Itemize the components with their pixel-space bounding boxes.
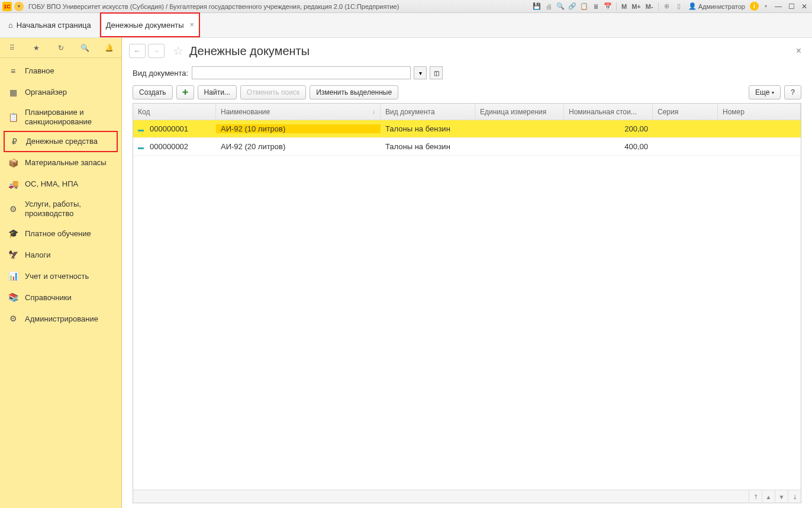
link-icon[interactable]: 🔗 xyxy=(568,2,577,11)
window-maximize[interactable]: ☐ xyxy=(786,2,797,11)
edit-selected-button[interactable]: Изменить выделенные xyxy=(310,85,398,99)
tab-home[interactable]: ⌂ Начальная страница xyxy=(0,12,100,37)
close-panel-button[interactable]: × xyxy=(792,46,805,56)
create-button[interactable]: Создать xyxy=(133,85,173,99)
more-button[interactable]: Еще▾ xyxy=(749,85,781,99)
clipboard-icon[interactable]: 📋 xyxy=(579,2,589,11)
cell-code: ▬000000002 xyxy=(133,142,216,151)
search-icon[interactable]: 🔍 xyxy=(80,43,91,53)
zoom-icon[interactable]: ⊕ xyxy=(662,2,672,11)
sidebar-item-taxes[interactable]: 🦅Налоги xyxy=(0,244,121,265)
eagle-icon: 🦅 xyxy=(7,249,19,261)
tab-close-icon[interactable]: × xyxy=(190,21,194,29)
user-label[interactable]: 👤 Администратор xyxy=(688,2,745,10)
cell-type: Талоны на бензин xyxy=(381,124,475,133)
sidebar-list: ≡Главное ▦Органайзер 📋Планирование и сан… xyxy=(0,58,121,332)
th-code[interactable]: Код xyxy=(133,104,216,120)
sidebar-item-cash[interactable]: ₽Денежные средства xyxy=(4,131,118,152)
titlebar-icons: 💾 🖨 🔍 🔗 📋 🖩 📅 M M+ M- ⊕ ▯ 👤 Администрато… xyxy=(532,2,810,11)
planning-icon: 📋 xyxy=(7,111,19,123)
window-title: ГОБУ ВПО Университет искусств (Субсидия)… xyxy=(28,3,532,10)
sidebar-item-directories[interactable]: 📚Справочники xyxy=(0,287,121,308)
th-number[interactable]: Номер xyxy=(718,104,801,120)
sort-icon: ↓ xyxy=(372,108,375,115)
nav-back-button[interactable]: ← xyxy=(129,44,146,58)
dropdown-icon[interactable]: ▾ xyxy=(761,2,771,11)
home-icon: ⌂ xyxy=(8,21,13,30)
nav-forward-button[interactable]: → xyxy=(148,44,165,58)
graduation-icon: 🎓 xyxy=(7,227,19,239)
window-close[interactable]: ✕ xyxy=(799,2,810,11)
sidebar-toolbar: ⠿ ★ ↻ 🔍 🔔 xyxy=(0,38,121,58)
sidebar-item-materials[interactable]: 📦Материальные запасы xyxy=(0,152,121,173)
table-body: ▬000000001 АИ-92 (10 литров) Талоны на б… xyxy=(133,120,801,490)
help-button[interactable]: ? xyxy=(784,85,801,99)
app-menu-dropdown[interactable]: ▾ xyxy=(14,2,24,11)
scroll-top-icon[interactable]: ⤒ xyxy=(749,490,762,503)
table-row[interactable]: ▬000000002 АИ-92 (20 литров) Талоны на б… xyxy=(133,138,801,156)
table-row[interactable]: ▬000000001 АИ-92 (10 литров) Талоны на б… xyxy=(133,120,801,138)
sidebar-item-label: Главное xyxy=(25,66,54,76)
calculator-icon[interactable]: 🖩 xyxy=(591,2,601,11)
chevron-down-icon: ▾ xyxy=(772,90,774,95)
find-button[interactable]: Найти... xyxy=(198,85,237,99)
scroll-down-icon[interactable]: ▼ xyxy=(775,490,788,503)
panel-icon[interactable]: ▯ xyxy=(674,2,684,11)
tab-active-label: Денежные документы xyxy=(106,21,184,30)
history-icon[interactable]: ↻ xyxy=(56,43,66,53)
chart-icon: 📊 xyxy=(7,270,19,282)
sidebar-item-label: Платное обучение xyxy=(25,229,91,239)
sidebar-item-planning[interactable]: 📋Планирование и санкционирование xyxy=(0,103,121,131)
grid-icon[interactable]: ⠿ xyxy=(7,43,18,53)
sidebar-item-label: Налоги xyxy=(25,250,51,260)
print-icon[interactable]: 🖨 xyxy=(544,2,553,11)
dropdown-button[interactable]: ▾ xyxy=(414,66,427,79)
row-icon: ▬ xyxy=(138,144,145,150)
gear-icon: ⚙ xyxy=(7,203,19,215)
table: Код Наименование↓ Вид документа Единица … xyxy=(133,103,801,503)
separator xyxy=(658,2,659,11)
filter-row: Вид документа: ▾ ◫ xyxy=(122,64,812,82)
th-nominal[interactable]: Номинальная стои... xyxy=(564,104,653,120)
sidebar-item-label: Материальные запасы xyxy=(25,158,107,168)
page-title: Денежные документы xyxy=(189,44,310,58)
th-name[interactable]: Наименование↓ xyxy=(216,104,381,120)
th-type[interactable]: Вид документа xyxy=(381,104,475,120)
bell-icon[interactable]: 🔔 xyxy=(104,43,115,53)
title-bar: 1C ▾ ГОБУ ВПО Университет искусств (Субс… xyxy=(0,0,812,13)
sidebar-item-reports[interactable]: 📊Учет и отчетность xyxy=(0,265,121,287)
sidebar-item-admin[interactable]: ⚙Администрирование xyxy=(0,308,121,329)
favorite-icon[interactable]: ☆ xyxy=(173,44,183,58)
sidebar-item-assets[interactable]: 🚚ОС, НМА, НПА xyxy=(0,173,121,195)
info-icon[interactable]: i xyxy=(750,2,759,11)
sidebar-item-education[interactable]: 🎓Платное обучение xyxy=(0,223,121,244)
cell-code: ▬000000001 xyxy=(133,124,216,133)
star-icon[interactable]: ★ xyxy=(31,43,42,53)
save-icon[interactable]: 💾 xyxy=(532,2,542,11)
copy-button[interactable]: ✚ xyxy=(176,85,194,99)
document-type-input[interactable] xyxy=(192,66,411,79)
memory-mminus[interactable]: M- xyxy=(645,3,655,10)
table-footer: ⤒ ▲ ▼ ⤓ xyxy=(133,490,801,503)
truck-icon: 🚚 xyxy=(7,178,19,190)
memory-mplus[interactable]: M+ xyxy=(630,3,642,10)
th-series[interactable]: Серия xyxy=(653,104,718,120)
preview-icon[interactable]: 🔍 xyxy=(556,2,565,11)
tab-active[interactable]: Денежные документы × xyxy=(100,12,200,37)
sidebar-item-main[interactable]: ≡Главное xyxy=(0,60,121,82)
box-icon: 📦 xyxy=(7,157,19,169)
separator xyxy=(616,2,617,11)
memory-m[interactable]: M xyxy=(620,3,628,10)
cancel-search-button[interactable]: Отменить поиск xyxy=(240,85,306,99)
calendar-icon[interactable]: 📅 xyxy=(603,2,613,11)
window-minimize[interactable]: — xyxy=(773,2,784,11)
open-button[interactable]: ◫ xyxy=(430,66,443,79)
scroll-up-icon[interactable]: ▲ xyxy=(762,490,775,503)
book-icon: 📚 xyxy=(7,291,19,303)
scroll-bottom-icon[interactable]: ⤓ xyxy=(788,490,801,503)
main-layout: ⠿ ★ ↻ 🔍 🔔 ≡Главное ▦Органайзер 📋Планиров… xyxy=(0,38,812,508)
ruble-icon: ₽ xyxy=(8,136,20,147)
sidebar-item-services[interactable]: ⚙Услуги, работы, производство xyxy=(0,195,121,223)
th-unit[interactable]: Единица измерения xyxy=(475,104,564,120)
sidebar-item-organizer[interactable]: ▦Органайзер xyxy=(0,82,121,103)
